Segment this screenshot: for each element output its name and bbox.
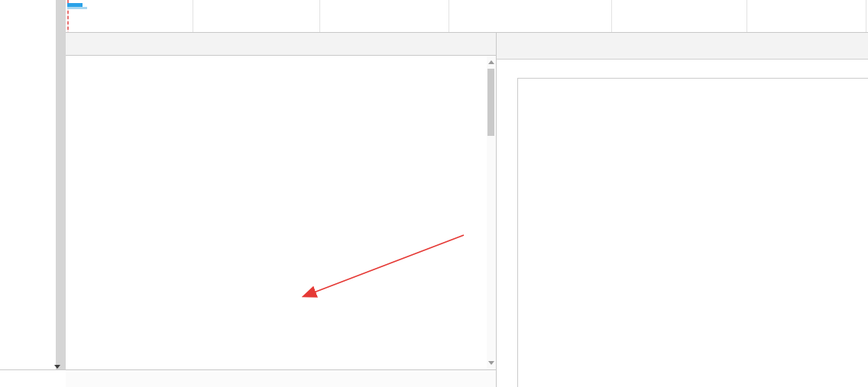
overview-gridline bbox=[449, 0, 449, 32]
request-list bbox=[66, 56, 487, 369]
xml-preview-card bbox=[517, 78, 868, 387]
devtools-network-screenshot bbox=[0, 0, 868, 387]
overview-gridline bbox=[866, 0, 866, 32]
sidebar-footer-text bbox=[0, 370, 66, 387]
overview-gridline bbox=[611, 0, 612, 32]
overview-gridline bbox=[747, 0, 747, 32]
vertical-scrollbar[interactable] bbox=[56, 0, 66, 369]
overview-timeline-bar-light bbox=[67, 7, 87, 9]
scroll-down-icon[interactable] bbox=[488, 361, 494, 365]
overview-gridline bbox=[319, 0, 320, 32]
network-status-bar bbox=[66, 370, 496, 387]
scrollbar-thumb[interactable] bbox=[487, 69, 494, 136]
left-content-column bbox=[0, 0, 55, 369]
scroll-up-icon[interactable] bbox=[488, 60, 494, 64]
detail-tab-bar bbox=[497, 33, 868, 60]
request-detail-pane bbox=[497, 33, 868, 387]
network-overview-strip[interactable] bbox=[66, 0, 868, 33]
overview-gridline bbox=[193, 0, 193, 32]
dropdown-arrow-icon[interactable] bbox=[54, 365, 60, 369]
request-list-scrollbar[interactable] bbox=[487, 56, 496, 369]
column-header-name[interactable] bbox=[66, 33, 496, 56]
